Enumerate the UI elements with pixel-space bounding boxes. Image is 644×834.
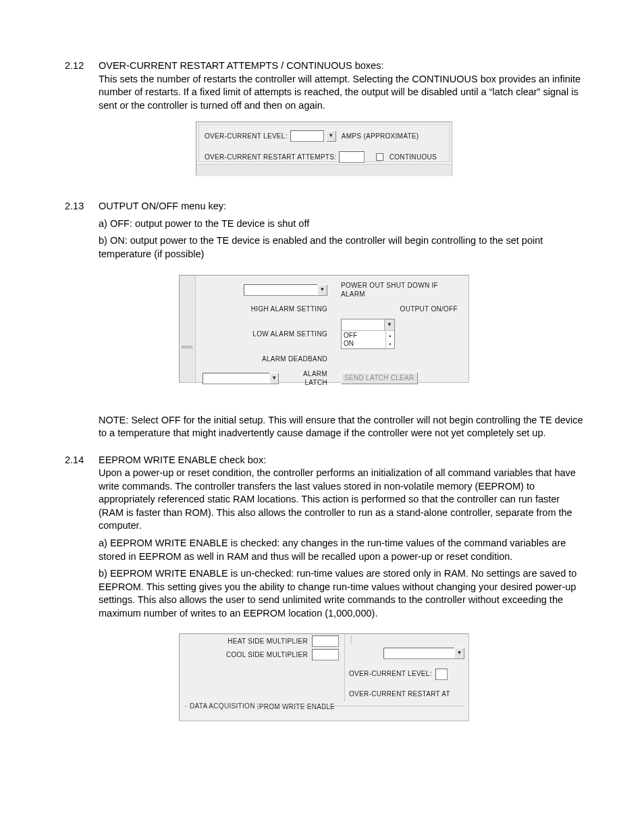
alarm-latch-label: ALARM LATCH bbox=[283, 369, 327, 388]
section-2-13: 2.13 OUTPUT ON/OFF menu key: a) OFF: out… bbox=[65, 200, 583, 265]
section-2-14: 2.14 EEPROM WRITE ENABLE check box: Upon… bbox=[65, 454, 583, 625]
alarm-latch-dropdown[interactable] bbox=[203, 373, 270, 384]
output-onoff-label: OUTPUT ON/OFF bbox=[341, 305, 462, 314]
power-out-dropdown[interactable] bbox=[244, 284, 318, 296]
continuous-checkbox[interactable] bbox=[376, 153, 383, 161]
section-number: 2.13 bbox=[65, 200, 99, 213]
section-number: 2.14 bbox=[65, 454, 99, 467]
continuous-label: CONTINUOUS bbox=[390, 153, 437, 162]
low-alarm-label: LOW ALARM SETTING bbox=[203, 330, 327, 339]
section-title: EEPROM WRITE ENABLE check box: bbox=[99, 454, 266, 465]
over-current-restart-label-2: OVER-CURRENT RESTART AT bbox=[349, 689, 464, 699]
power-out-label: POWER OUT SHUT DOWN IF ALARM bbox=[341, 281, 462, 299]
heat-side-label: HEAT SIDE MULTIPLIER bbox=[185, 637, 312, 646]
heat-side-input[interactable] bbox=[312, 635, 339, 647]
over-current-panel: OVER-CURRENT LEVEL: ▼ AMPS (APPROXIMATE)… bbox=[196, 122, 452, 176]
right-dropdown[interactable]: ▼ bbox=[383, 648, 464, 659]
over-current-level-input[interactable] bbox=[290, 130, 324, 142]
output-onoff-dropdown-icon[interactable]: ▼ bbox=[384, 319, 394, 330]
cool-side-input[interactable] bbox=[312, 649, 339, 660]
over-current-level-dropdown-icon[interactable]: ▼ bbox=[326, 130, 336, 142]
over-current-level-label-2: OVER-CURRENT LEVEL: bbox=[349, 669, 464, 680]
eeprom-panel: HEAT SIDE MULTIPLIER COOL SIDE MULTIPLIE… bbox=[179, 633, 469, 721]
section-2-13-note: NOTE: Select OFF for the initial setup. … bbox=[99, 414, 583, 440]
output-onoff-panel: ▼ POWER OUT SHUT DOWN IF ALARM HIGH ALAR… bbox=[179, 275, 469, 383]
alarm-latch-dropdown-icon[interactable]: ▼ bbox=[269, 373, 279, 384]
section-number: 2.12 bbox=[65, 59, 99, 73]
over-current-level-label: OVER-CURRENT LEVEL: bbox=[205, 132, 288, 141]
output-option-on[interactable]: ON bbox=[344, 340, 385, 348]
section-2-14-a: a) EEPROM WRITE ENABLE is checked: any c… bbox=[99, 537, 583, 563]
high-alarm-label: HIGH ALARM SETTING bbox=[203, 305, 327, 314]
section-desc: This sets the number of restarts the con… bbox=[99, 74, 581, 111]
chevron-down-icon[interactable]: ▼ bbox=[454, 648, 464, 659]
amps-approx-label: AMPS (APPROXIMATE) bbox=[342, 132, 419, 141]
alarm-deadband-label: ALARM DEADBAND bbox=[203, 355, 327, 364]
section-title: OVER-CURRENT RESTART ATTEMPTS / CONTINUO… bbox=[99, 60, 383, 71]
section-2-13-b: b) ON: output power to the TE device is … bbox=[99, 235, 543, 259]
over-current-level-input-2[interactable] bbox=[435, 669, 448, 680]
output-onoff-select[interactable]: ▼ OFF ON ▴▾ bbox=[341, 319, 395, 349]
section-2-14-b: b) EEPROM WRITE ENABLE is un-checked: ru… bbox=[99, 567, 583, 620]
section-desc: Upon a power-up or reset condition, the … bbox=[99, 467, 576, 531]
restart-attempts-label: OVER-CURRENT RESTART ATTEMPTS: bbox=[205, 153, 336, 162]
section-2-13-a: a) OFF: output power to the TE device is… bbox=[99, 217, 583, 231]
section-title: OUTPUT ON/OFF menu key: bbox=[99, 201, 226, 211]
data-acquisition-group: DATA ACQUISITION bbox=[184, 706, 464, 718]
send-latch-clear-button[interactable]: SEND LATCH CLEAR bbox=[341, 372, 418, 384]
cool-side-label: COOL SIDE MULTIPLIER bbox=[185, 650, 312, 660]
output-option-off[interactable]: OFF bbox=[344, 332, 385, 340]
power-out-dropdown-icon[interactable]: ▼ bbox=[317, 284, 327, 296]
section-2-12: 2.12 OVER-CURRENT RESTART ATTEMPTS / CON… bbox=[65, 59, 583, 112]
data-acquisition-label: DATA ACQUISITION bbox=[188, 702, 257, 711]
restart-attempts-input[interactable] bbox=[339, 151, 365, 163]
output-onoff-scroll[interactable]: ▴▾ bbox=[385, 331, 394, 348]
panel-left-gutter bbox=[180, 276, 196, 382]
document-page: 2.12 OVER-CURRENT RESTART ATTEMPTS / CON… bbox=[0, 0, 644, 834]
